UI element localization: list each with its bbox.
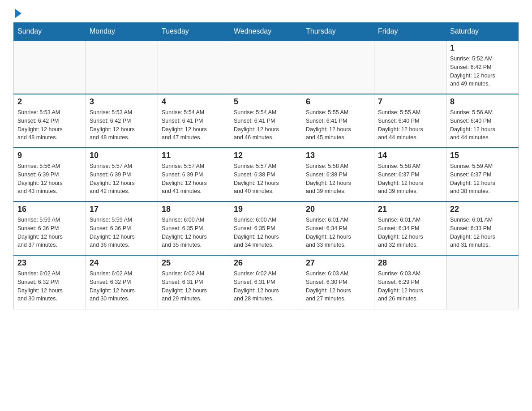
day-number: 25 bbox=[162, 258, 226, 268]
calendar-cell bbox=[302, 40, 374, 94]
day-number: 16 bbox=[17, 205, 82, 214]
day-info: Sunrise: 5:55 AM Sunset: 6:40 PM Dayligh… bbox=[378, 108, 442, 142]
day-number: 5 bbox=[234, 97, 298, 107]
calendar-cell: 22Sunrise: 6:01 AM Sunset: 6:33 PM Dayli… bbox=[446, 201, 519, 255]
day-info: Sunrise: 6:03 AM Sunset: 6:29 PM Dayligh… bbox=[378, 270, 442, 303]
calendar-cell: 1Sunrise: 5:52 AM Sunset: 6:42 PM Daylig… bbox=[446, 40, 519, 94]
day-info: Sunrise: 5:59 AM Sunset: 6:36 PM Dayligh… bbox=[90, 216, 154, 249]
day-number: 14 bbox=[378, 151, 442, 160]
page-header bbox=[13, 9, 519, 18]
calendar-cell bbox=[446, 255, 519, 309]
calendar-cell: 13Sunrise: 5:58 AM Sunset: 6:38 PM Dayli… bbox=[302, 148, 374, 201]
day-number: 8 bbox=[450, 97, 515, 107]
day-number: 13 bbox=[306, 151, 370, 160]
day-number: 21 bbox=[378, 205, 442, 214]
day-info: Sunrise: 5:52 AM Sunset: 6:42 PM Dayligh… bbox=[450, 55, 515, 88]
calendar-cell: 27Sunrise: 6:03 AM Sunset: 6:30 PM Dayli… bbox=[302, 255, 374, 309]
day-info: Sunrise: 6:02 AM Sunset: 6:32 PM Dayligh… bbox=[17, 270, 82, 303]
calendar-cell: 8Sunrise: 5:56 AM Sunset: 6:40 PM Daylig… bbox=[446, 94, 519, 148]
calendar-cell: 4Sunrise: 5:54 AM Sunset: 6:41 PM Daylig… bbox=[158, 94, 230, 148]
calendar-cell bbox=[14, 40, 86, 94]
day-info: Sunrise: 6:01 AM Sunset: 6:34 PM Dayligh… bbox=[378, 216, 442, 249]
calendar-week-row: 1Sunrise: 5:52 AM Sunset: 6:42 PM Daylig… bbox=[14, 40, 519, 94]
day-info: Sunrise: 6:00 AM Sunset: 6:35 PM Dayligh… bbox=[162, 216, 226, 249]
column-header-thursday: Thursday bbox=[302, 23, 374, 41]
calendar-cell: 17Sunrise: 5:59 AM Sunset: 6:36 PM Dayli… bbox=[86, 201, 158, 255]
calendar-week-row: 2Sunrise: 5:53 AM Sunset: 6:42 PM Daylig… bbox=[14, 94, 519, 148]
calendar-cell: 3Sunrise: 5:53 AM Sunset: 6:42 PM Daylig… bbox=[86, 94, 158, 148]
day-number: 6 bbox=[306, 97, 370, 107]
day-number: 27 bbox=[306, 258, 370, 268]
calendar-cell bbox=[230, 40, 302, 94]
logo-triangle-icon bbox=[15, 9, 21, 18]
day-info: Sunrise: 5:53 AM Sunset: 6:42 PM Dayligh… bbox=[90, 108, 154, 142]
calendar-cell: 12Sunrise: 5:57 AM Sunset: 6:38 PM Dayli… bbox=[230, 148, 302, 201]
calendar-cell bbox=[374, 40, 446, 94]
day-info: Sunrise: 6:00 AM Sunset: 6:35 PM Dayligh… bbox=[234, 216, 298, 249]
calendar-cell: 7Sunrise: 5:55 AM Sunset: 6:40 PM Daylig… bbox=[374, 94, 446, 148]
calendar-cell: 9Sunrise: 5:56 AM Sunset: 6:39 PM Daylig… bbox=[14, 148, 86, 201]
day-info: Sunrise: 6:01 AM Sunset: 6:33 PM Dayligh… bbox=[450, 216, 515, 249]
calendar-cell bbox=[158, 40, 230, 94]
day-number: 18 bbox=[162, 205, 226, 214]
calendar-table: SundayMondayTuesdayWednesdayThursdayFrid… bbox=[13, 22, 519, 309]
column-header-tuesday: Tuesday bbox=[158, 23, 230, 41]
calendar-cell: 21Sunrise: 6:01 AM Sunset: 6:34 PM Dayli… bbox=[374, 201, 446, 255]
calendar-cell: 19Sunrise: 6:00 AM Sunset: 6:35 PM Dayli… bbox=[230, 201, 302, 255]
day-info: Sunrise: 5:57 AM Sunset: 6:38 PM Dayligh… bbox=[234, 162, 298, 196]
day-info: Sunrise: 6:02 AM Sunset: 6:31 PM Dayligh… bbox=[162, 270, 226, 303]
calendar-cell: 20Sunrise: 6:01 AM Sunset: 6:34 PM Dayli… bbox=[302, 201, 374, 255]
day-info: Sunrise: 5:57 AM Sunset: 6:39 PM Dayligh… bbox=[90, 162, 154, 196]
calendar-cell: 25Sunrise: 6:02 AM Sunset: 6:31 PM Dayli… bbox=[158, 255, 230, 309]
calendar-header-row: SundayMondayTuesdayWednesdayThursdayFrid… bbox=[14, 23, 519, 41]
column-header-wednesday: Wednesday bbox=[230, 23, 302, 41]
calendar-cell: 5Sunrise: 5:54 AM Sunset: 6:41 PM Daylig… bbox=[230, 94, 302, 148]
day-info: Sunrise: 6:02 AM Sunset: 6:31 PM Dayligh… bbox=[234, 270, 298, 303]
calendar-cell: 2Sunrise: 5:53 AM Sunset: 6:42 PM Daylig… bbox=[14, 94, 86, 148]
day-info: Sunrise: 5:58 AM Sunset: 6:37 PM Dayligh… bbox=[378, 162, 442, 196]
calendar-cell: 16Sunrise: 5:59 AM Sunset: 6:36 PM Dayli… bbox=[14, 201, 86, 255]
day-info: Sunrise: 6:01 AM Sunset: 6:34 PM Dayligh… bbox=[306, 216, 370, 249]
day-info: Sunrise: 5:56 AM Sunset: 6:39 PM Dayligh… bbox=[17, 162, 82, 196]
day-number: 12 bbox=[234, 151, 298, 160]
day-info: Sunrise: 6:02 AM Sunset: 6:32 PM Dayligh… bbox=[90, 270, 154, 303]
day-number: 2 bbox=[17, 97, 82, 107]
day-number: 17 bbox=[90, 205, 154, 214]
calendar-cell: 15Sunrise: 5:59 AM Sunset: 6:37 PM Dayli… bbox=[446, 148, 519, 201]
column-header-saturday: Saturday bbox=[446, 23, 519, 41]
calendar-cell: 28Sunrise: 6:03 AM Sunset: 6:29 PM Dayli… bbox=[374, 255, 446, 309]
calendar-week-row: 9Sunrise: 5:56 AM Sunset: 6:39 PM Daylig… bbox=[14, 148, 519, 201]
calendar-cell bbox=[86, 40, 158, 94]
calendar-cell: 23Sunrise: 6:02 AM Sunset: 6:32 PM Dayli… bbox=[14, 255, 86, 309]
day-info: Sunrise: 5:59 AM Sunset: 6:37 PM Dayligh… bbox=[450, 162, 515, 196]
day-number: 28 bbox=[378, 258, 442, 268]
column-header-friday: Friday bbox=[374, 23, 446, 41]
day-number: 3 bbox=[90, 97, 154, 107]
day-info: Sunrise: 5:56 AM Sunset: 6:40 PM Dayligh… bbox=[450, 108, 515, 142]
calendar-cell: 11Sunrise: 5:57 AM Sunset: 6:39 PM Dayli… bbox=[158, 148, 230, 201]
day-number: 15 bbox=[450, 151, 515, 160]
day-info: Sunrise: 5:59 AM Sunset: 6:36 PM Dayligh… bbox=[17, 216, 82, 249]
calendar-week-row: 16Sunrise: 5:59 AM Sunset: 6:36 PM Dayli… bbox=[14, 201, 519, 255]
calendar-cell: 26Sunrise: 6:02 AM Sunset: 6:31 PM Dayli… bbox=[230, 255, 302, 309]
day-info: Sunrise: 5:57 AM Sunset: 6:39 PM Dayligh… bbox=[162, 162, 226, 196]
day-number: 10 bbox=[90, 151, 154, 160]
calendar-cell: 10Sunrise: 5:57 AM Sunset: 6:39 PM Dayli… bbox=[86, 148, 158, 201]
column-header-sunday: Sunday bbox=[14, 23, 86, 41]
calendar-cell: 14Sunrise: 5:58 AM Sunset: 6:37 PM Dayli… bbox=[374, 148, 446, 201]
calendar-cell: 24Sunrise: 6:02 AM Sunset: 6:32 PM Dayli… bbox=[86, 255, 158, 309]
day-number: 23 bbox=[17, 258, 82, 268]
day-number: 20 bbox=[306, 205, 370, 214]
day-number: 11 bbox=[162, 151, 226, 160]
day-info: Sunrise: 5:55 AM Sunset: 6:41 PM Dayligh… bbox=[306, 108, 370, 142]
calendar-week-row: 23Sunrise: 6:02 AM Sunset: 6:32 PM Dayli… bbox=[14, 255, 519, 309]
day-number: 1 bbox=[450, 43, 515, 53]
day-info: Sunrise: 6:03 AM Sunset: 6:30 PM Dayligh… bbox=[306, 270, 370, 303]
day-number: 9 bbox=[17, 151, 82, 160]
day-number: 19 bbox=[234, 205, 298, 214]
day-number: 26 bbox=[234, 258, 298, 268]
logo bbox=[13, 9, 21, 18]
calendar-cell: 6Sunrise: 5:55 AM Sunset: 6:41 PM Daylig… bbox=[302, 94, 374, 148]
day-number: 22 bbox=[450, 205, 515, 214]
day-number: 7 bbox=[378, 97, 442, 107]
